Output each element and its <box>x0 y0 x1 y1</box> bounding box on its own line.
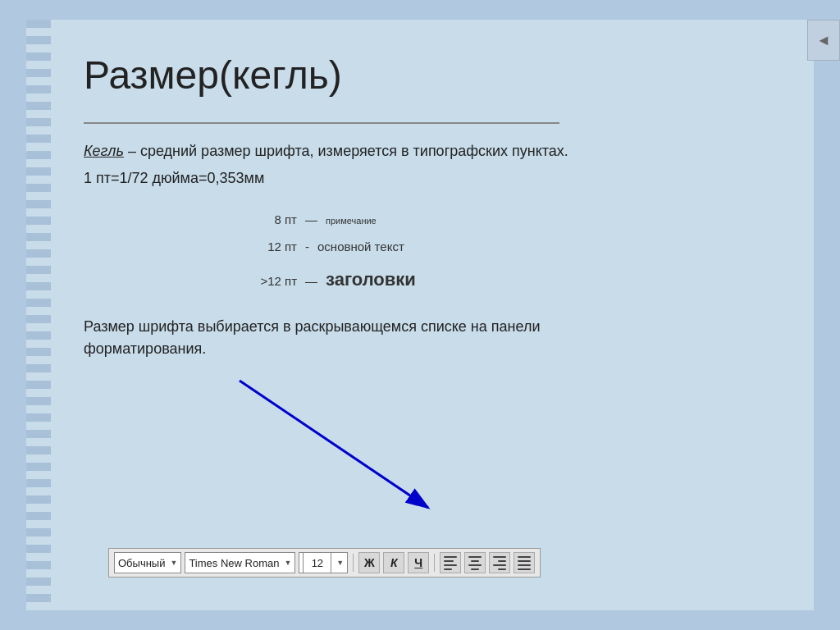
size-row-large: >12 пт — заголовки <box>248 260 765 299</box>
size-dropdown-arrow: ▼ <box>336 559 344 567</box>
align-left-icon <box>444 556 457 570</box>
toolbar-divider-2 <box>434 554 435 572</box>
size-value: 12 <box>303 552 331 573</box>
font-dropdown-label: Times New Roman <box>189 557 279 569</box>
size-row-medium: 12 пт - основной текст <box>248 233 765 260</box>
slide-title: Размер(кегль) <box>84 52 765 98</box>
align-center-button[interactable] <box>464 552 486 573</box>
size-examples: 8 пт — примечание 12 пт - основной текст… <box>248 206 765 299</box>
style-dropdown-label: Обычный <box>118 557 165 569</box>
description-text: Размер шрифта выбирается в раскрывающемс… <box>84 316 658 360</box>
bold-button[interactable]: Ж <box>358 552 380 573</box>
definition-body: средний размер шрифта, измеряется в типо… <box>140 143 568 159</box>
size-row-small: 8 пт — примечание <box>248 206 765 233</box>
underline-button[interactable]: Ч <box>408 552 429 573</box>
style-dropdown[interactable]: Обычный ▼ <box>114 552 181 573</box>
italic-button[interactable]: К <box>383 552 404 573</box>
align-left-button[interactable] <box>440 552 461 573</box>
font-dropdown[interactable]: Times New Roman ▼ <box>185 552 295 573</box>
kegel-term: Кегль <box>84 143 124 159</box>
definition-dash: – <box>124 143 140 159</box>
size-dash-8: — <box>305 206 317 233</box>
size-dropdown[interactable]: 12 ▼ <box>299 552 348 573</box>
size-dash-12plus: — <box>305 267 317 294</box>
arrow-svg <box>75 372 568 536</box>
arrow-area <box>75 372 568 536</box>
formatting-toolbar: Обычный ▼ Times New Roman ▼ 12 ▼ Ж К Ч <box>108 548 541 578</box>
definition-line2: 1 пт=1/72 дюйма=0,353мм <box>84 167 765 189</box>
align-right-icon <box>493 556 506 570</box>
size-desc-8: примечание <box>326 211 377 231</box>
toolbar-divider-1 <box>353 554 354 572</box>
svg-line-1 <box>240 381 428 508</box>
slide: Размер(кегль) Кегль – средний размер шри… <box>26 20 814 610</box>
align-right-button[interactable] <box>489 552 510 573</box>
nav-back-button[interactable]: ◄ <box>807 20 840 61</box>
size-desc-12: основной текст <box>317 233 404 260</box>
size-dash-12: - <box>305 233 309 260</box>
style-dropdown-arrow: ▼ <box>170 559 177 567</box>
font-dropdown-arrow: ▼ <box>284 559 291 567</box>
size-desc-12plus: заголовки <box>326 260 416 299</box>
align-justify-button[interactable] <box>514 552 535 573</box>
size-label-12: 12 пт <box>248 233 297 260</box>
nav-back-icon: ◄ <box>816 32 831 49</box>
definition-text: Кегль – средний размер шрифта, измеряетс… <box>84 140 765 162</box>
size-label-8: 8 пт <box>248 206 297 233</box>
align-center-icon <box>468 556 482 570</box>
title-divider <box>84 122 559 124</box>
size-label-12plus: >12 пт <box>248 267 297 294</box>
align-justify-icon <box>518 556 531 570</box>
slide-content: Кегль – средний размер шрифта, измеряетс… <box>84 140 765 360</box>
